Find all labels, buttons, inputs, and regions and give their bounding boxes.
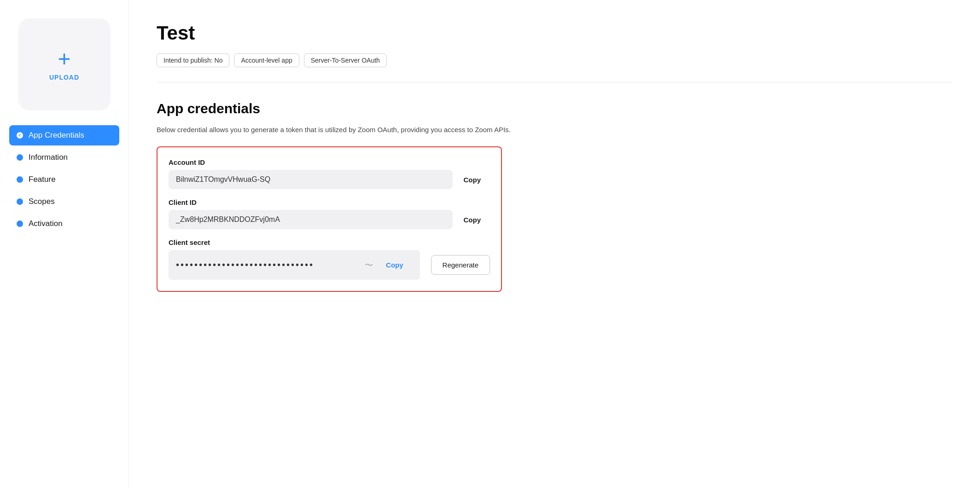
tag-publish: Intend to publish: No [157, 53, 229, 67]
client-id-copy-button[interactable]: Copy [453, 210, 490, 229]
page-title: Test [157, 22, 952, 44]
account-id-value: BilnwiZ1TOmgvVHwuaG-SQ [169, 170, 453, 189]
sidebar-item-information[interactable]: Information [9, 147, 119, 168]
nav-dot-activation [17, 221, 23, 227]
client-secret-field: Client secret ••••••••••••••••••••••••••… [169, 238, 490, 280]
nav-dot-app-credentials [17, 132, 23, 139]
sidebar-item-app-credentials[interactable]: App Credentials [9, 125, 119, 145]
sidebar-item-label-activation: Activation [29, 219, 63, 228]
upload-label: UPLOAD [49, 74, 79, 81]
client-secret-label: Client secret [169, 238, 490, 246]
sidebar-item-label-app-credentials: App Credentials [29, 131, 84, 140]
nav-dot-information [17, 154, 23, 161]
regenerate-button[interactable]: Regenerate [431, 255, 490, 275]
tag-row: Intend to publish: No Account-level app … [157, 53, 952, 67]
sidebar-item-activation[interactable]: Activation [9, 214, 119, 234]
toggle-secret-icon[interactable]: 〜 [365, 260, 373, 271]
sidebar-item-label-information: Information [29, 153, 68, 162]
account-id-field: Account ID BilnwiZ1TOmgvVHwuaG-SQ Copy [169, 158, 490, 189]
credentials-box: Account ID BilnwiZ1TOmgvVHwuaG-SQ Copy C… [157, 146, 502, 292]
plus-icon: + [58, 48, 70, 70]
sidebar-item-label-feature: Feature [29, 175, 56, 184]
client-secret-copy-button[interactable]: Copy [377, 256, 413, 274]
upload-button[interactable]: + UPLOAD [18, 18, 111, 110]
client-secret-dots: •••••••••••••••••••••••••••••• [176, 260, 361, 270]
section-description: Below credential allows you to generate … [157, 126, 952, 134]
account-id-label: Account ID [169, 158, 490, 166]
tag-account-level: Account-level app [234, 53, 299, 67]
sidebar-item-feature[interactable]: Feature [9, 169, 119, 190]
main-content: Test Intend to publish: No Account-level… [129, 0, 980, 488]
sidebar: + UPLOAD App Credentials Information Fea… [0, 0, 129, 488]
sidebar-nav: App Credentials Information Feature Scop… [9, 125, 119, 234]
sidebar-item-label-scopes: Scopes [29, 197, 55, 206]
client-id-label: Client ID [169, 198, 490, 206]
client-id-value: _Zw8Hp2MRBKNDDOZFvj0mA [169, 210, 453, 229]
nav-dot-scopes [17, 198, 23, 205]
section-title: App credentials [157, 101, 952, 116]
nav-dot-feature [17, 176, 23, 183]
sidebar-item-scopes[interactable]: Scopes [9, 192, 119, 212]
client-id-field: Client ID _Zw8Hp2MRBKNDDOZFvj0mA Copy [169, 198, 490, 229]
divider [157, 82, 952, 82]
tag-oauth: Server-To-Server OAuth [304, 53, 387, 67]
account-id-copy-button[interactable]: Copy [453, 170, 490, 189]
